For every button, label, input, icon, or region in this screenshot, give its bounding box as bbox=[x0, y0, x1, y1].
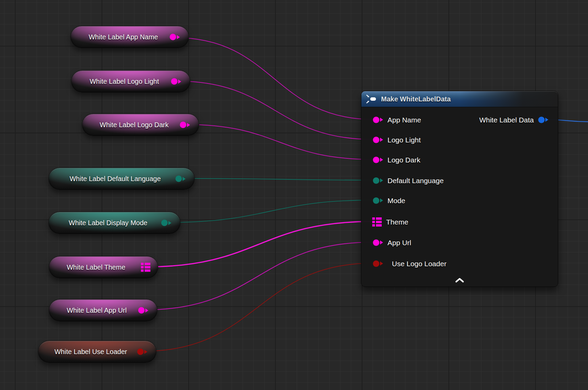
output-pin-string[interactable] bbox=[180, 122, 190, 128]
input-row-logo-light: Logo Light bbox=[361, 134, 421, 145]
pin-dot bbox=[137, 349, 144, 355]
pin-wedge-icon bbox=[380, 118, 383, 122]
pin-label: Use Logo Loader bbox=[392, 260, 446, 267]
var-node-label: White Label Logo Light bbox=[81, 78, 181, 85]
output-pin-string[interactable] bbox=[138, 307, 148, 314]
pin-dot bbox=[373, 157, 379, 163]
pin-wedge-icon bbox=[380, 138, 383, 142]
pin-label: Theme bbox=[386, 218, 408, 226]
make-whitelabeldata-node[interactable]: Make WhiteLabelData App Name Logo Light … bbox=[361, 91, 558, 287]
var-node-white-label-display-mode[interactable]: White Label Display Mode bbox=[48, 212, 181, 234]
var-node-label: White Label App Name bbox=[80, 34, 180, 40]
pin-label: Logo Light bbox=[387, 136, 421, 143]
collapse-node-button[interactable] bbox=[452, 276, 467, 284]
var-node-white-label-use-loader[interactable]: White Label Use Loader bbox=[38, 340, 156, 363]
input-pin-use-logo-loader[interactable] bbox=[373, 260, 383, 267]
pin-dot bbox=[373, 177, 379, 184]
pin-wedge-icon bbox=[187, 123, 190, 127]
pin-dot bbox=[373, 260, 379, 267]
input-pin-logo-light[interactable] bbox=[373, 137, 383, 143]
output-pin-bool[interactable] bbox=[137, 349, 147, 355]
input-pin-app-name[interactable] bbox=[373, 117, 383, 123]
pin-dot bbox=[175, 176, 182, 182]
var-node-white-label-logo-dark[interactable]: White Label Logo Dark bbox=[82, 114, 199, 136]
var-node-white-label-logo-light[interactable]: White Label Logo Light bbox=[71, 70, 190, 93]
pin-label: App Name bbox=[387, 116, 421, 123]
input-row-app-url: App Url bbox=[361, 237, 411, 248]
output-pin-struct-theme[interactable] bbox=[141, 263, 150, 272]
output-pin-enum[interactable] bbox=[161, 220, 171, 226]
var-node-label: White Label Theme bbox=[58, 264, 149, 271]
pin-wedge-icon bbox=[168, 221, 171, 225]
input-pin-mode[interactable] bbox=[373, 197, 383, 204]
pin-wedge-icon bbox=[177, 35, 180, 39]
pin-wedge-icon bbox=[380, 178, 383, 182]
pin-wedge-icon bbox=[178, 79, 181, 83]
output-pin-string[interactable] bbox=[170, 34, 180, 40]
pin-dot bbox=[161, 220, 168, 226]
pin-dot bbox=[170, 34, 176, 40]
pin-dot bbox=[138, 307, 145, 314]
node-header[interactable]: Make WhiteLabelData bbox=[361, 91, 558, 107]
pin-dot bbox=[171, 78, 177, 85]
pin-wedge-icon bbox=[144, 350, 147, 354]
var-node-label: White Label Default Language bbox=[61, 175, 182, 182]
wire-white-label-app-url-to-app-url[interactable] bbox=[143, 242, 373, 310]
pin-wedge-icon bbox=[145, 308, 148, 312]
input-pin-logo-dark[interactable] bbox=[373, 157, 383, 163]
var-node-white-label-default-language[interactable]: White Label Default Language bbox=[48, 168, 195, 190]
wire-white-label-logo-dark-to-logo-dark[interactable] bbox=[185, 124, 373, 159]
input-row-logo-dark: Logo Dark bbox=[361, 154, 420, 165]
wire-white-label-app-name-to-app-name[interactable] bbox=[175, 38, 373, 119]
blueprint-graph-canvas[interactable]: White Label App Name White Label Logo Li… bbox=[0, 0, 588, 390]
input-pin-app-url[interactable] bbox=[373, 239, 383, 246]
output-pin-string[interactable] bbox=[171, 78, 181, 85]
pin-label: App Url bbox=[387, 239, 411, 246]
wire-white-label-display-mode-to-mode[interactable] bbox=[166, 200, 373, 222]
wire-white-label-logo-light-to-logo-light[interactable] bbox=[176, 81, 373, 139]
input-row-default-language: Default Language bbox=[361, 175, 444, 186]
pin-wedge-icon bbox=[183, 177, 186, 181]
pin-wedge-icon bbox=[380, 198, 383, 202]
pin-dot bbox=[373, 137, 379, 143]
pin-dot bbox=[180, 122, 186, 128]
node-title: Make WhiteLabelData bbox=[381, 95, 451, 103]
wire-white-label-default-language-to-default-language[interactable] bbox=[181, 178, 373, 180]
output-row-white-label-data: White Label Data bbox=[479, 114, 558, 125]
pin-wedge-icon bbox=[380, 158, 383, 162]
pin-wedge-icon bbox=[545, 118, 548, 122]
output-pin-white-label-data[interactable] bbox=[538, 117, 548, 123]
make-struct-icon bbox=[366, 95, 377, 103]
chevron-up-icon bbox=[455, 278, 465, 282]
pin-dot bbox=[373, 117, 379, 123]
input-pin-default-language[interactable] bbox=[373, 177, 383, 184]
input-row-theme: Theme bbox=[361, 216, 408, 228]
output-pin-enum[interactable] bbox=[175, 176, 186, 182]
var-node-label: White Label App Url bbox=[58, 307, 148, 314]
var-node-label: White Label Logo Dark bbox=[91, 121, 190, 128]
struct-grid-icon bbox=[372, 217, 382, 227]
var-node-white-label-theme[interactable]: White Label Theme bbox=[49, 256, 158, 278]
pin-label: Default Language bbox=[387, 177, 444, 184]
input-row-app-name: App Name bbox=[361, 114, 421, 125]
pin-label: Mode bbox=[387, 197, 405, 204]
pin-label: Logo Dark bbox=[387, 156, 420, 163]
struct-grid-icon bbox=[141, 263, 150, 272]
input-row-mode: Mode bbox=[361, 195, 405, 206]
pin-dot bbox=[373, 239, 379, 246]
var-node-white-label-app-name[interactable]: White Label App Name bbox=[70, 26, 189, 48]
pin-wedge-icon bbox=[380, 261, 383, 266]
input-pin-theme[interactable] bbox=[372, 217, 382, 227]
var-node-label: White Label Display Mode bbox=[60, 219, 169, 226]
pin-label: White Label Data bbox=[479, 116, 534, 123]
input-row-use-logo-loader: Use Logo Loader bbox=[361, 258, 446, 269]
pin-dot bbox=[538, 117, 545, 123]
var-node-label: White Label Use Loader bbox=[46, 348, 149, 355]
pin-wedge-icon bbox=[380, 240, 383, 245]
var-node-white-label-app-url[interactable]: White Label App Url bbox=[49, 299, 158, 321]
pin-dot bbox=[373, 197, 379, 204]
